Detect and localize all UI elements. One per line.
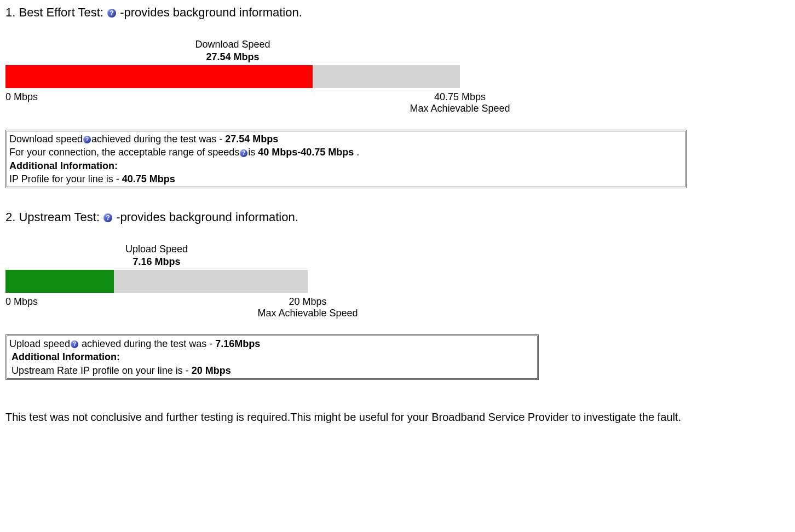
help-icon[interactable]: ? — [83, 136, 91, 143]
upload-speed-max-block: 20 Mbps Max Achievable Speed — [257, 296, 358, 319]
info-text: Download speed — [9, 134, 83, 144]
download-speed-axis: 0 Mbps 40.75 Mbps Max Achievable Speed — [5, 91, 460, 114]
download-speed-min-label: 0 Mbps — [5, 91, 38, 114]
info-value: 7.16Mbps — [215, 338, 260, 349]
download-info-box: Download speed?achieved during the test … — [5, 130, 687, 188]
upload-speed-value: 7.16 Mbps — [5, 256, 308, 268]
info-text: achieved during the test was - — [79, 338, 215, 349]
help-icon[interactable]: ? — [107, 9, 116, 18]
upload-info-box: Upload speed? achieved during the test w… — [5, 334, 539, 380]
section-1-title: 1. Best Effort Test: ? -provides backgro… — [5, 5, 788, 20]
info-text: achieved during the test was - — [91, 134, 225, 144]
download-speed-label: Download Speed — [5, 39, 460, 50]
download-speed-max-sublabel: Max Achievable Speed — [410, 103, 510, 114]
upload-speed-axis: 0 Mbps 20 Mbps Max Achievable Speed — [5, 296, 308, 319]
upload-speed-block: Upload Speed 7.16 Mbps 0 Mbps 20 Mbps Ma… — [5, 244, 788, 319]
info-text: . — [354, 147, 359, 158]
info-text: IP Profile for your line is - — [9, 174, 122, 184]
upload-speed-min-label: 0 Mbps — [5, 296, 38, 319]
footer-note: This test was not conclusive and further… — [5, 410, 788, 425]
download-speed-block: Download Speed 27.54 Mbps 0 Mbps 40.75 M… — [5, 39, 788, 114]
info-value: 40 Mbps-40.75 Mbps — [258, 147, 354, 158]
upload-speed-bar-track — [5, 270, 308, 293]
section-1-title-suffix: -provides background information. — [117, 5, 302, 19]
section-1-title-prefix: 1. Best Effort Test: — [5, 5, 107, 19]
upload-speed-label: Upload Speed — [5, 244, 308, 255]
download-speed-max-label: 40.75 Mbps — [410, 91, 510, 103]
section-2-title-prefix: 2. Upstream Test: — [5, 210, 103, 224]
info-text: Upstream Rate IP profile on your line is… — [11, 365, 192, 376]
upload-speed-max-label: 20 Mbps — [257, 296, 358, 308]
section-2-title: 2. Upstream Test: ? -provides background… — [5, 210, 788, 224]
additional-info-label: Additional Information: — [9, 159, 683, 172]
info-value: 20 Mbps — [192, 365, 231, 376]
info-value: 27.54 Mbps — [225, 134, 278, 144]
help-icon[interactable]: ? — [103, 213, 112, 222]
upload-speed-bar-fill — [5, 270, 114, 293]
info-text: Upload speed — [9, 338, 70, 349]
download-speed-bar-fill — [5, 65, 313, 88]
help-icon[interactable]: ? — [71, 340, 78, 348]
upload-speed-max-sublabel: Max Achievable Speed — [257, 308, 358, 319]
additional-info-label: Additional Information: — [9, 350, 535, 363]
info-text: For your connection, the acceptable rang… — [9, 147, 239, 158]
download-speed-value: 27.54 Mbps — [5, 51, 460, 63]
info-text: is — [248, 147, 258, 158]
download-speed-max-block: 40.75 Mbps Max Achievable Speed — [410, 91, 510, 114]
section-2-title-suffix: -provides background information. — [113, 210, 298, 224]
info-value: 40.75 Mbps — [122, 174, 175, 184]
help-icon[interactable]: ? — [240, 149, 247, 157]
download-speed-bar-track — [5, 65, 460, 88]
